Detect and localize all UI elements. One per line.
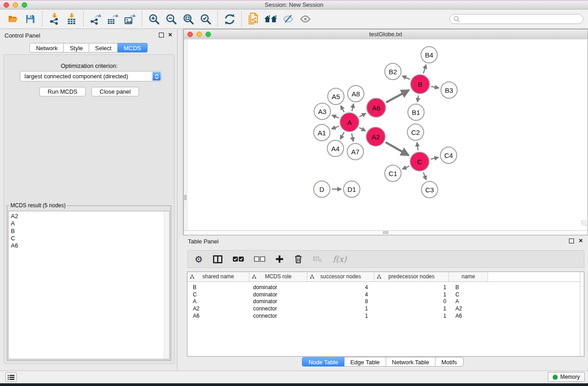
- graph-node-b1[interactable]: B1: [407, 104, 425, 121]
- apply-layout-icon[interactable]: [221, 11, 238, 27]
- horizontal-scroll-thumb[interactable]: [383, 231, 388, 234]
- cell-successor-nodes[interactable]: 4: [307, 291, 374, 298]
- run-mcds-button[interactable]: Run MCDS: [39, 87, 86, 96]
- cell-mcds-role[interactable]: dominator: [249, 298, 307, 305]
- cell-mcds-role[interactable]: connector: [249, 305, 307, 312]
- graph-node-d1[interactable]: D1: [343, 181, 360, 198]
- cell-mcds-role[interactable]: connector: [249, 313, 307, 319]
- result-item[interactable]: C: [11, 235, 163, 242]
- close-panel-icon[interactable]: ✕: [168, 33, 172, 38]
- delete-column-icon[interactable]: [294, 254, 303, 264]
- graph-node-a2[interactable]: A2: [366, 127, 386, 147]
- task-history-button[interactable]: [5, 372, 17, 382]
- graph-node-b2[interactable]: B2: [384, 63, 402, 80]
- cell-predecessor-nodes[interactable]: 0: [374, 298, 449, 305]
- open-session-icon[interactable]: [5, 11, 22, 27]
- tab-node-table[interactable]: Node Table: [302, 357, 344, 367]
- cell-name[interactable]: B: [449, 284, 488, 291]
- result-item[interactable]: A6: [11, 242, 163, 249]
- column-header-shared-name[interactable]: shared name: [187, 272, 249, 281]
- result-item[interactable]: A2: [11, 213, 163, 220]
- tab-select[interactable]: Select: [89, 43, 118, 52]
- close-panel-button[interactable]: Close panel: [91, 87, 139, 96]
- cell-name[interactable]: A: [449, 298, 488, 305]
- close-table-panel-icon[interactable]: ✕: [578, 238, 583, 243]
- graph-node-a1[interactable]: A1: [313, 124, 330, 141]
- cell-successor-nodes[interactable]: 1: [307, 305, 374, 312]
- graph-node-b3[interactable]: B3: [440, 81, 458, 99]
- zoom-selected-icon[interactable]: [197, 11, 214, 27]
- graph-node-b[interactable]: B: [410, 74, 430, 94]
- cell-name[interactable]: A6: [449, 313, 488, 319]
- cell-shared-name[interactable]: C: [187, 291, 249, 298]
- tab-mcds[interactable]: MCDS: [118, 43, 147, 52]
- column-header-successor-nodes[interactable]: successor nodes: [307, 272, 374, 281]
- table-row[interactable]: A6connector11A6: [187, 312, 584, 319]
- cell-predecessor-nodes[interactable]: 1: [374, 305, 449, 312]
- home-icon[interactable]: [262, 11, 279, 27]
- tab-network[interactable]: Network: [29, 43, 64, 52]
- cell-name[interactable]: C: [449, 291, 488, 298]
- table-scrollbar[interactable]: [580, 272, 584, 356]
- column-browser-icon[interactable]: [213, 255, 223, 264]
- result-item[interactable]: B: [11, 228, 163, 235]
- network-vertical-scrollbar[interactable]: [184, 39, 187, 231]
- delete-table-icon[interactable]: [313, 255, 323, 263]
- cell-mcds-role[interactable]: dominator: [249, 291, 307, 298]
- graph-node-a7[interactable]: A7: [347, 143, 364, 160]
- export-table-icon[interactable]: [104, 11, 121, 27]
- table-row[interactable]: A2connector11A2: [187, 305, 584, 312]
- graph-node-c1[interactable]: C1: [384, 165, 402, 182]
- cell-successor-nodes[interactable]: 8: [307, 298, 374, 305]
- tab-network-table[interactable]: Network Table: [386, 357, 435, 367]
- graph-node-d[interactable]: D: [313, 181, 330, 198]
- cell-shared-name[interactable]: A2: [187, 305, 249, 312]
- column-header-mcds-role[interactable]: MCDS role: [249, 272, 307, 281]
- search-input[interactable]: [449, 14, 583, 24]
- select-all-columns-icon[interactable]: [233, 255, 244, 263]
- graph-node-a5[interactable]: A5: [327, 88, 344, 105]
- import-network-icon[interactable]: [46, 11, 63, 27]
- cell-successor-nodes[interactable]: 4: [307, 284, 374, 291]
- memory-button[interactable]: Memory: [548, 372, 585, 382]
- function-builder-icon[interactable]: f(x): [333, 254, 347, 264]
- graph-node-a8[interactable]: A8: [347, 85, 364, 102]
- tab-motifs[interactable]: Motifs: [435, 357, 464, 367]
- graph-node-c4[interactable]: C4: [440, 147, 457, 164]
- zoom-fit-icon[interactable]: [180, 11, 197, 27]
- cell-successor-nodes[interactable]: 1: [307, 313, 374, 319]
- zoom-in-icon[interactable]: [145, 11, 163, 27]
- graph-node-a4[interactable]: A4: [327, 140, 344, 157]
- import-table-icon[interactable]: [63, 11, 80, 27]
- network-zoom-icon[interactable]: [206, 32, 211, 37]
- table-row[interactable]: Bdominator41B: [187, 284, 584, 291]
- cell-shared-name[interactable]: B: [187, 284, 249, 291]
- graph-node-c2[interactable]: C2: [407, 124, 424, 141]
- network-close-icon[interactable]: [187, 32, 193, 37]
- float-table-panel-icon[interactable]: [569, 238, 574, 243]
- cell-shared-name[interactable]: A6: [187, 313, 249, 319]
- graph-node-b4[interactable]: B4: [421, 46, 438, 63]
- tab-edge-table[interactable]: Edge Table: [344, 357, 386, 367]
- graph-node-a3[interactable]: A3: [314, 103, 331, 120]
- zoom-out-icon[interactable]: [163, 11, 180, 27]
- vertical-scroll-thumb[interactable]: [184, 195, 186, 200]
- table-row[interactable]: Adominator80A: [187, 298, 584, 305]
- save-session-icon[interactable]: [22, 11, 39, 27]
- network-horizontal-scrollbar[interactable]: [184, 230, 588, 235]
- cell-predecessor-nodes[interactable]: 1: [374, 291, 449, 298]
- zoom-window-icon[interactable]: [22, 2, 27, 8]
- column-header-name[interactable]: name: [449, 272, 488, 281]
- close-window-icon[interactable]: [4, 2, 9, 8]
- deselect-all-columns-icon[interactable]: [254, 255, 265, 263]
- table-row[interactable]: Cdominator41C: [187, 291, 584, 298]
- graph-node-c3[interactable]: C3: [421, 181, 438, 198]
- cell-predecessor-nodes[interactable]: 1: [374, 313, 449, 319]
- graph-node-c[interactable]: C: [410, 152, 430, 172]
- graph-node-a6[interactable]: A6: [366, 98, 386, 118]
- cell-predecessor-nodes[interactable]: 1: [374, 284, 449, 291]
- export-network-icon[interactable]: [87, 11, 104, 27]
- network-canvas[interactable]: B4B2BB3A5A8A6A3B1AA1C2A2A4A7C4CC1C3DD1: [184, 39, 588, 231]
- add-column-icon[interactable]: [275, 255, 284, 263]
- window-resize-grip[interactable]: [581, 220, 587, 226]
